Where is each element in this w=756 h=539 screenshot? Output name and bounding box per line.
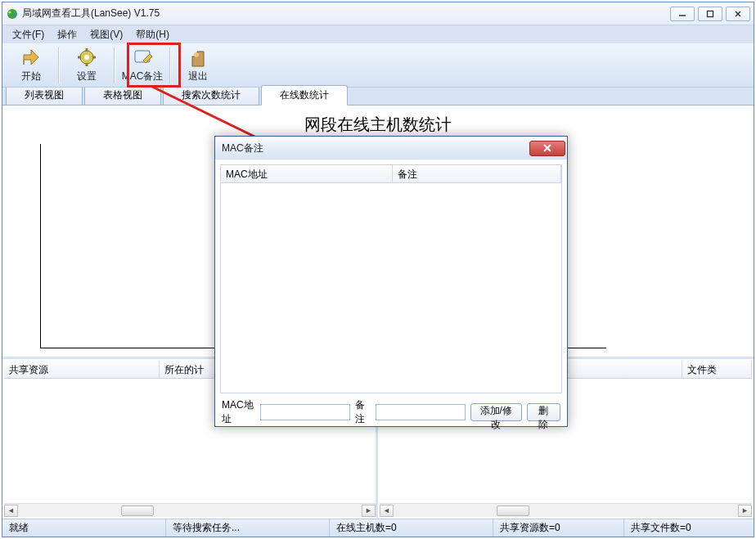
- window-buttons: [667, 7, 750, 21]
- mac-note-label: MAC备注: [122, 70, 164, 83]
- minimize-button[interactable]: [670, 7, 695, 21]
- scroll-thumb[interactable]: [121, 505, 154, 516]
- status-waiting: 等待搜索任务...: [166, 519, 330, 537]
- menubar: 文件(F) 操作 视图(V) 帮助(H): [2, 25, 754, 43]
- tab-grid-view[interactable]: 表格视图: [84, 85, 161, 105]
- delete-button[interactable]: 删除: [527, 403, 560, 421]
- scroll-thumb[interactable]: [497, 505, 529, 516]
- settings-label: 设置: [77, 70, 97, 83]
- share-hscroll[interactable]: ◄ ►: [4, 503, 376, 517]
- exit-icon: [187, 47, 209, 68]
- menu-operate[interactable]: 操作: [51, 26, 83, 43]
- toolbar-sep: [114, 47, 115, 83]
- col-note[interactable]: 备注: [393, 165, 561, 182]
- files-hscroll[interactable]: ◄ ►: [380, 503, 752, 517]
- note-icon: [132, 47, 153, 68]
- start-button[interactable]: 开始: [6, 45, 56, 86]
- mac-input[interactable]: [260, 404, 350, 420]
- gear-icon: [76, 47, 97, 68]
- dialog-close-button[interactable]: [529, 141, 565, 156]
- svg-point-2: [13, 14, 16, 16]
- scroll-right-icon[interactable]: ►: [738, 505, 752, 517]
- exit-button[interactable]: 退出: [173, 45, 223, 86]
- svg-point-1: [8, 11, 11, 13]
- scroll-track[interactable]: [18, 505, 362, 517]
- toolbar-sep: [58, 47, 60, 83]
- scroll-right-icon[interactable]: ►: [362, 505, 376, 517]
- note-input[interactable]: [376, 404, 466, 420]
- mac-note-dialog: MAC备注 MAC地址 备注 MAC地址 备注 添加/修改 删除: [214, 136, 568, 427]
- exit-label: 退出: [188, 70, 208, 83]
- toolbar-sep: [169, 47, 171, 83]
- status-ready: 就绪: [2, 519, 166, 537]
- tab-search-stats[interactable]: 搜索次数统计: [163, 85, 259, 105]
- start-icon: [20, 47, 42, 68]
- toolbar: 开始 设置 MAC备注 退出: [2, 43, 754, 88]
- settings-button[interactable]: 设置: [61, 45, 112, 86]
- add-modify-button[interactable]: 添加/修改: [470, 403, 522, 421]
- scroll-left-icon[interactable]: ◄: [380, 505, 394, 517]
- status-shared-res: 共享资源数=0: [493, 519, 624, 537]
- window-title: 局域网查看工具(LanSee) V1.75: [22, 7, 667, 20]
- start-label: 开始: [21, 70, 41, 83]
- close-button[interactable]: [726, 7, 750, 21]
- svg-rect-4: [708, 11, 713, 16]
- app-icon: [6, 7, 19, 20]
- dialog-list-body[interactable]: [221, 183, 561, 393]
- status-online-hosts: 在线主机数=0: [330, 519, 493, 537]
- tab-list-view[interactable]: 列表视图: [6, 85, 83, 105]
- svg-point-0: [7, 9, 17, 19]
- svg-point-14: [194, 52, 199, 57]
- col-share[interactable]: 共享资源: [4, 361, 160, 378]
- status-shared-files: 共享文件数=0: [624, 519, 754, 537]
- col-filetype[interactable]: 文件类: [682, 361, 752, 378]
- dialog-list: MAC地址 备注: [220, 164, 562, 393]
- maximize-button[interactable]: [698, 7, 722, 21]
- dialog-titlebar: MAC备注: [215, 137, 567, 159]
- menu-help[interactable]: 帮助(H): [129, 26, 176, 43]
- scroll-left-icon[interactable]: ◄: [4, 505, 18, 517]
- mac-note-button[interactable]: MAC备注: [117, 45, 168, 86]
- scroll-track[interactable]: [394, 505, 738, 517]
- tabstrip: 列表视图 表格视图 搜索次数统计 在线数统计: [2, 88, 754, 106]
- mac-label: MAC地址: [222, 398, 255, 426]
- dialog-title: MAC备注: [222, 141, 529, 155]
- tab-online-stats[interactable]: 在线数统计: [261, 85, 348, 106]
- statusbar: 就绪 等待搜索任务... 在线主机数=0 共享资源数=0 共享文件数=0: [2, 519, 754, 537]
- col-mac[interactable]: MAC地址: [221, 165, 393, 182]
- menu-view[interactable]: 视图(V): [83, 26, 129, 43]
- dialog-columns: MAC地址 备注: [221, 165, 561, 183]
- titlebar: 局域网查看工具(LanSee) V1.75: [2, 2, 754, 25]
- note-label: 备注: [355, 398, 371, 426]
- menu-file[interactable]: 文件(F): [6, 26, 51, 43]
- svg-point-8: [84, 55, 89, 60]
- dialog-footer: MAC地址 备注 添加/修改 删除: [215, 398, 567, 426]
